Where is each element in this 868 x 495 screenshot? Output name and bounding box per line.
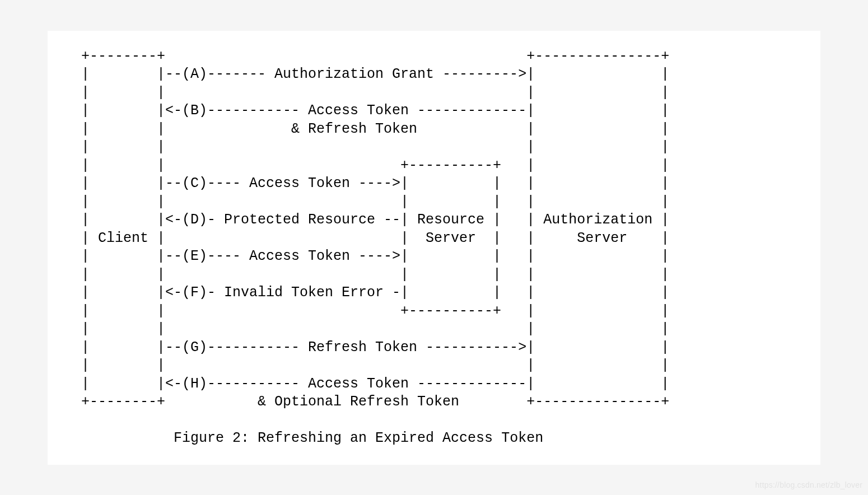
- watermark-text: https://blog.csdn.net/zlb_lover: [755, 480, 862, 489]
- ascii-diagram: +--------+ +---------------+ | |--(A)---…: [81, 48, 798, 448]
- diagram-container: +--------+ +---------------+ | |--(A)---…: [48, 31, 820, 465]
- diagram-caption: Figure 2: Refreshing an Expired Access T…: [174, 430, 543, 446]
- diagram-ascii: +--------+ +---------------+ | |--(A)---…: [81, 48, 669, 410]
